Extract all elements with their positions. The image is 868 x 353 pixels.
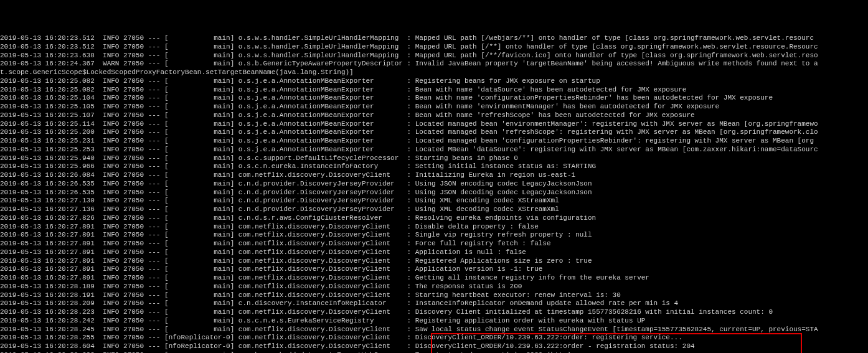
log-line: 2019-05-13 16:20:27.891 INFO 27050 --- […	[0, 274, 868, 283]
log-line: 2019-05-13 16:20:26.084 INFO 27050 --- […	[0, 171, 868, 180]
log-line: 2019-05-13 16:20:27.891 INFO 27050 --- […	[0, 223, 868, 232]
log-line: 2019-05-13 16:20:28.604 INFO 27050 --- […	[0, 342, 868, 351]
log-line: 2019-05-13 16:20:28.189 INFO 27050 --- […	[0, 283, 868, 291]
log-line: 2019-05-13 16:20:25.104 INFO 27050 --- […	[0, 94, 868, 103]
log-line: 2019-05-13 16:20:28.223 INFO 27050 --- […	[0, 308, 868, 317]
log-line: 2019-05-13 16:20:27.891 INFO 27050 --- […	[0, 240, 868, 248]
log-line: 2019-05-13 16:20:25.253 INFO 27050 --- […	[0, 146, 868, 154]
console-log-output: 2019-05-13 16:20:23.512 INFO 27050 --- […	[0, 34, 868, 353]
log-line: 2019-05-13 16:20:23.512 INFO 27050 --- […	[0, 34, 868, 43]
log-line: 2019-05-13 16:20:27.891 INFO 27050 --- […	[0, 248, 868, 257]
log-line: 2019-05-13 16:20:25.200 INFO 27050 --- […	[0, 128, 868, 137]
log-line: 2019-05-13 16:20:25.231 INFO 27050 --- […	[0, 137, 868, 146]
log-line: 2019-05-13 16:20:23.638 INFO 27050 --- […	[0, 52, 868, 60]
log-line: 2019-05-13 16:20:27.891 INFO 27050 --- […	[0, 265, 868, 274]
log-line: 2019-05-13 16:20:27.826 INFO 27050 --- […	[0, 214, 868, 223]
log-line: 2019-05-13 16:20:27.891 INFO 27050 --- […	[0, 231, 868, 240]
log-line: 2019-05-13 16:20:26.535 INFO 27050 --- […	[0, 189, 868, 197]
log-line: 2019-05-13 16:20:28.191 INFO 27050 --- […	[0, 291, 868, 300]
log-line: 2019-05-13 16:20:24.367 WARN 27050 --- […	[0, 60, 868, 68]
log-line: t.scope.GenericScope$LockedScopedProxyFa…	[0, 68, 868, 77]
log-line: 2019-05-13 16:20:25.082 INFO 27050 --- […	[0, 86, 868, 95]
log-line: 2019-05-13 16:20:27.130 INFO 27050 --- […	[0, 197, 868, 205]
log-line: 2019-05-13 16:20:28.209 INFO 27050 --- […	[0, 299, 868, 308]
log-line: 2019-05-13 16:20:27.136 INFO 27050 --- […	[0, 205, 868, 214]
log-line: 2019-05-13 16:20:26.535 INFO 27050 --- […	[0, 180, 868, 189]
log-line: 2019-05-13 16:20:27.891 INFO 27050 --- […	[0, 257, 868, 266]
log-line: 2019-05-13 16:20:25.105 INFO 27050 --- […	[0, 103, 868, 111]
log-line: 2019-05-13 16:20:25.107 INFO 27050 --- […	[0, 111, 868, 120]
log-line: 2019-05-13 16:20:28.245 INFO 27050 --- […	[0, 326, 868, 334]
log-line: 2019-05-13 16:20:25.114 INFO 27050 --- […	[0, 120, 868, 129]
log-line: 2019-05-13 16:20:25.966 INFO 27050 --- […	[0, 162, 868, 171]
log-line: 2019-05-13 16:20:28.242 INFO 27050 --- […	[0, 317, 868, 326]
log-line: 2019-05-13 16:20:28.255 INFO 27050 --- […	[0, 334, 868, 342]
log-line: 2019-05-13 16:20:25.940 INFO 27050 --- […	[0, 154, 868, 163]
log-line: 2019-05-13 16:20:23.512 INFO 27050 --- […	[0, 43, 868, 52]
log-line: 2019-05-13 16:20:25.082 INFO 27050 --- […	[0, 77, 868, 86]
